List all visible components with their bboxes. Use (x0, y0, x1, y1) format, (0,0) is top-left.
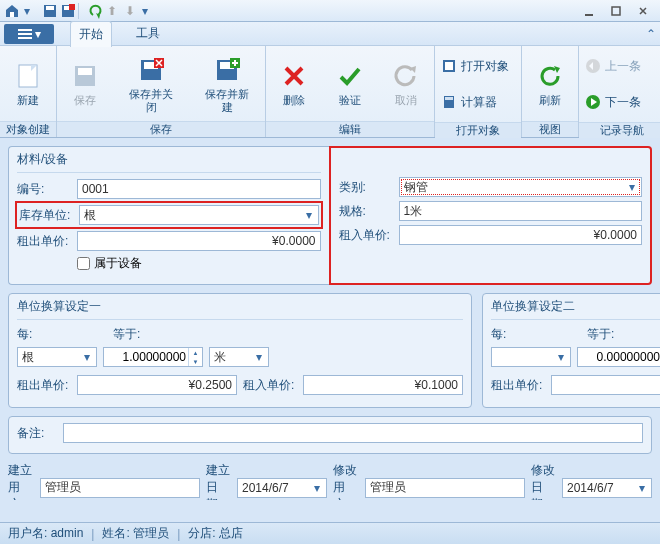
collapse-ribbon-icon[interactable]: ⌃ (646, 27, 656, 41)
modify-date[interactable]: 2014/6/7▾ (562, 478, 652, 498)
down-icon[interactable]: ⬇ (122, 3, 138, 19)
window-close-button[interactable] (630, 3, 656, 19)
panel-remark: 备注: (8, 416, 652, 454)
eq-spin2[interactable]: 0.00000000▲▼ (577, 347, 660, 367)
group-save-label: 保存 (57, 121, 265, 137)
svg-rect-0 (10, 12, 14, 17)
svg-rect-23 (445, 97, 453, 100)
conv2-out[interactable] (551, 375, 660, 395)
status-name: 姓名: 管理员 (102, 525, 169, 542)
label-each1: 每: (17, 326, 41, 343)
panel-conv2-title: 单位换算设定二 (491, 298, 660, 320)
label-eq1: 等于: (113, 326, 147, 343)
label-remark: 备注: (17, 425, 57, 442)
number-input[interactable] (77, 179, 321, 199)
remark-input[interactable] (63, 423, 643, 443)
group-edit-label: 编辑 (266, 121, 434, 137)
app-menu-button[interactable]: ▾ (4, 24, 54, 44)
qat-dropdown-icon[interactable]: ▾ (140, 3, 150, 19)
panel-material-right: . 类别:钢管▾ 规格: 租入单价: (329, 146, 653, 285)
label-category: 类别: (339, 179, 393, 196)
tab-tools[interactable]: 工具 (128, 21, 168, 46)
create-user[interactable] (40, 478, 200, 498)
equ-combo1[interactable]: 米▾ (209, 347, 269, 367)
panel-conv1-title: 单位换算设定一 (17, 298, 463, 320)
statusbar: 用户名: admin| 姓名: 管理员| 分店: 总店 (0, 522, 660, 544)
panel-material: 材料/设备 编号: 库存单位:根▾ 租出单价: 属于设备 (8, 146, 329, 285)
svg-rect-5 (69, 4, 75, 10)
save-button[interactable]: 保存 (57, 46, 113, 121)
new-button[interactable]: 新建 (0, 46, 56, 121)
tab-start[interactable]: 开始 (70, 21, 112, 47)
label-stock-unit: 库存单位: (19, 207, 73, 224)
next-record-button[interactable]: 下一条 (581, 84, 660, 120)
spec-input[interactable] (399, 201, 643, 221)
svg-rect-7 (612, 7, 620, 15)
svg-rect-9 (18, 33, 32, 35)
group-create-label: 对象创建 (0, 121, 56, 137)
menubar: ▾ 开始 工具 ⌃ (0, 22, 660, 46)
chevron-down-icon[interactable]: ▾ (302, 207, 316, 223)
save-icon[interactable] (42, 3, 58, 19)
content-area: 材料/设备 编号: 库存单位:根▾ 租出单价: 属于设备 . 类别:钢管▾ 规格… (0, 138, 660, 500)
is-equipment-checkbox[interactable]: 属于设备 (77, 255, 142, 272)
prev-record-button[interactable]: 上一条 (581, 48, 660, 84)
save-new-button[interactable]: 保存并新建 (189, 46, 265, 121)
save-close-icon[interactable] (60, 3, 76, 19)
each-combo1[interactable]: 根▾ (17, 347, 97, 367)
ribbon: 新建 对象创建 保存 保存并关闭 保存并新建 保存 删除 验证 取消 编辑 打开… (0, 46, 660, 138)
svg-rect-2 (46, 6, 54, 10)
up-icon[interactable]: ⬆ (104, 3, 120, 19)
svg-rect-21 (445, 62, 453, 70)
stock-unit-combo[interactable]: 根▾ (79, 205, 319, 225)
maximize-button[interactable] (603, 3, 629, 19)
label-rent-out: 租出单价: (17, 233, 71, 250)
category-combo[interactable]: 钢管▾ (399, 177, 643, 197)
group-view-label: 视图 (522, 121, 578, 137)
status-user: 用户名: admin (8, 525, 83, 542)
panel-material-title: 材料/设备 (17, 151, 321, 173)
undo-icon[interactable] (86, 3, 102, 19)
status-branch: 分店: 总店 (188, 525, 243, 542)
eq-spin1[interactable]: 1.00000000▲▼ (103, 347, 203, 367)
each-combo2[interactable]: ▾ (491, 347, 571, 367)
open-object-button[interactable]: 打开对象 (437, 48, 519, 84)
dropdown-icon[interactable]: ▾ (22, 3, 32, 19)
label-spec: 规格: (339, 203, 393, 220)
svg-rect-8 (18, 29, 32, 31)
rent-out-input[interactable] (77, 231, 321, 251)
svg-rect-11 (19, 65, 37, 87)
create-date[interactable]: 2014/6/7▾ (237, 478, 327, 498)
delete-button[interactable]: 删除 (266, 46, 322, 121)
svg-rect-13 (78, 68, 92, 75)
refresh-button[interactable]: 刷新 (522, 46, 578, 121)
panel-conv1: 单位换算设定一 每: 等于: 根▾ 1.00000000▲▼ 米▾ 租出单价: … (8, 293, 472, 408)
save-close-button[interactable]: 保存并关闭 (113, 46, 189, 121)
rent-in-input[interactable] (399, 225, 643, 245)
conv1-in[interactable] (303, 375, 463, 395)
group-open-label: 打开对象 (435, 122, 521, 138)
chevron-down-icon[interactable]: ▾ (625, 179, 639, 195)
home-icon[interactable] (4, 3, 20, 19)
panel-conv2: 单位换算设定二 每: 等于: ▾ 0.00000000▲▼ ▾ 租出单价: 租入… (482, 293, 660, 408)
audit-row: 建立用户: 建立日期:2014/6/7▾ 修改用户: 修改日期:2014/6/7… (8, 462, 652, 500)
svg-rect-10 (18, 37, 32, 39)
conv1-out[interactable] (77, 375, 237, 395)
cancel-button[interactable]: 取消 (378, 46, 434, 121)
label-number: 编号: (17, 181, 71, 198)
titlebar: ▾ ⬆ ⬇ ▾ (0, 0, 660, 22)
group-nav-label: 记录导航 (579, 122, 660, 138)
minimize-button[interactable] (576, 3, 602, 19)
label-rent-in: 租入单价: (339, 227, 393, 244)
modify-user[interactable] (365, 478, 525, 498)
validate-button[interactable]: 验证 (322, 46, 378, 121)
svg-rect-6 (585, 14, 593, 16)
calculator-button[interactable]: 计算器 (437, 84, 519, 120)
